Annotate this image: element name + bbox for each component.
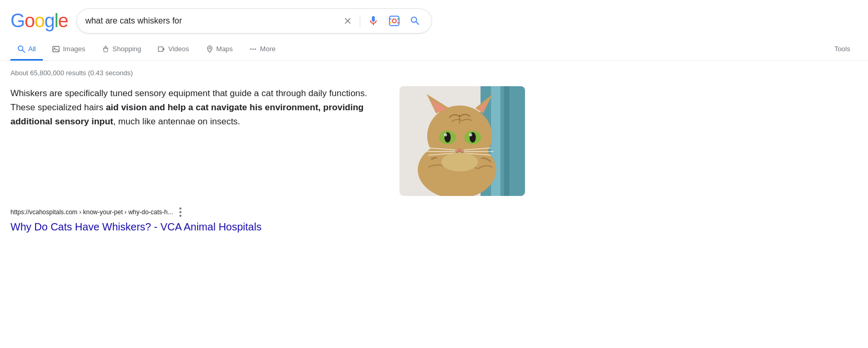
- tab-images[interactable]: Images: [45, 39, 93, 61]
- result-title-link[interactable]: Why Do Cats Have Whiskers? - VCA Animal …: [10, 221, 261, 233]
- tab-videos-label: Videos: [168, 45, 189, 53]
- snippet-image: [399, 86, 525, 196]
- search-icon: [409, 15, 421, 27]
- tab-videos[interactable]: Videos: [151, 39, 197, 61]
- search-input[interactable]: what are cats whiskers for: [85, 16, 336, 26]
- search-button[interactable]: [407, 13, 423, 29]
- lens-icon: [389, 15, 400, 27]
- cat-photo: [399, 86, 525, 196]
- more-dots-icon: [249, 45, 257, 53]
- logo-o1: o: [25, 10, 35, 31]
- logo-g2: g: [44, 10, 54, 31]
- result-options-button[interactable]: [177, 205, 184, 219]
- result-url: https://vcahospitals.com › know-your-pet…: [10, 205, 565, 219]
- header: Google what are cats whiskers for: [0, 0, 868, 39]
- svg-point-15: [255, 48, 256, 50]
- search-bar-icons: [341, 13, 423, 29]
- result-url-text: https://vcahospitals.com › know-your-pet…: [10, 208, 173, 216]
- tools-button[interactable]: Tools: [827, 39, 858, 61]
- tab-shopping[interactable]: Shopping: [95, 39, 149, 61]
- voice-search-button[interactable]: [366, 13, 381, 29]
- logo-g: G: [10, 10, 25, 31]
- svg-point-12: [209, 47, 211, 49]
- result-title-text: Why Do Cats Have Whiskers? - VCA Animal …: [10, 221, 261, 233]
- google-logo: Google: [10, 10, 68, 32]
- snippet-text-after: , much like antennae on insects.: [113, 117, 240, 126]
- clear-button[interactable]: [341, 14, 355, 28]
- svg-rect-10: [158, 47, 163, 51]
- tools-label: Tools: [835, 45, 850, 53]
- tab-maps-label: Maps: [216, 45, 233, 53]
- svg-rect-19: [504, 86, 509, 196]
- svg-marker-11: [163, 48, 165, 50]
- image-search-button[interactable]: [386, 13, 402, 29]
- search-bar: what are cats whiskers for: [76, 8, 432, 33]
- nav-tabs: All Images Shopping Videos: [0, 39, 868, 61]
- maps-icon: [206, 45, 213, 53]
- all-icon: [18, 45, 25, 53]
- svg-line-7: [22, 50, 25, 52]
- videos-icon: [158, 45, 165, 53]
- tab-more-label: More: [260, 45, 276, 53]
- clear-icon: [343, 16, 352, 26]
- tab-shopping-label: Shopping: [112, 45, 141, 53]
- svg-point-13: [250, 48, 252, 50]
- search-divider: [360, 15, 360, 27]
- images-icon: [52, 45, 60, 53]
- svg-rect-8: [53, 46, 59, 52]
- svg-point-1: [392, 19, 396, 22]
- svg-point-40: [441, 153, 478, 171]
- featured-snippet: Whiskers are specifically tuned sensory …: [10, 86, 565, 196]
- tab-all[interactable]: All: [10, 39, 43, 61]
- tab-more[interactable]: More: [242, 39, 283, 61]
- tab-images-label: Images: [63, 45, 85, 53]
- logo-o2: o: [35, 10, 44, 31]
- svg-point-31: [444, 133, 447, 136]
- results-area: About 65,800,000 results (0.43 seconds) …: [0, 61, 575, 241]
- svg-point-14: [253, 48, 254, 50]
- logo-e: e: [58, 10, 68, 31]
- tab-maps[interactable]: Maps: [199, 39, 241, 61]
- shopping-icon: [102, 45, 109, 53]
- mic-icon: [368, 15, 379, 27]
- svg-point-32: [469, 133, 472, 136]
- tab-all-label: All: [28, 45, 36, 53]
- svg-rect-0: [390, 16, 399, 26]
- snippet-text: Whiskers are specifically tuned sensory …: [10, 86, 387, 196]
- results-count: About 65,800,000 results (0.43 seconds): [10, 69, 565, 77]
